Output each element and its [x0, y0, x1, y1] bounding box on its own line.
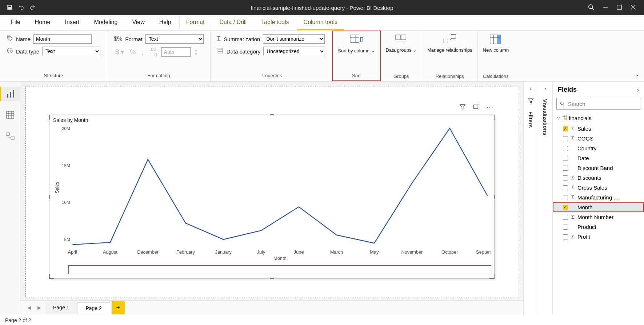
checkbox[interactable]: [563, 205, 568, 210]
svg-rect-25: [7, 94, 8, 98]
data-groups-button[interactable]: Data groups ⌄ Groups: [381, 31, 422, 81]
name-input[interactable]: [33, 34, 92, 44]
svg-line-1: [592, 8, 594, 10]
tab-insert[interactable]: Insert: [58, 15, 86, 30]
sigma-icon: Σ: [570, 194, 575, 201]
field-item[interactable]: Σ Month: [553, 202, 644, 212]
checkbox[interactable]: [563, 126, 568, 131]
save-icon[interactable]: [7, 4, 13, 12]
field-item[interactable]: Σ Discount Band: [553, 163, 644, 173]
add-page-button[interactable]: +: [112, 301, 125, 314]
tab-format[interactable]: Format: [179, 15, 212, 30]
datacategory-select[interactable]: Uncategorized: [263, 47, 325, 56]
format-select[interactable]: Text: [145, 34, 204, 44]
window-title: financial-sample-finished-update-query -…: [251, 5, 393, 11]
tab-file[interactable]: File: [4, 15, 27, 30]
checkbox[interactable]: [563, 234, 568, 239]
expand-filters-icon[interactable]: ‹: [530, 86, 532, 92]
field-item[interactable]: Σ Manufacturing ...: [553, 193, 644, 202]
tab-data-drill[interactable]: Data / Drill: [213, 15, 253, 30]
resize-handle[interactable]: [49, 195, 50, 199]
tab-help[interactable]: Help: [153, 15, 178, 30]
field-item[interactable]: Σ Product: [553, 222, 644, 232]
resize-handle[interactable]: [489, 274, 495, 279]
svg-text:June: June: [294, 249, 304, 255]
datatype-select[interactable]: Text: [42, 47, 100, 56]
checkbox[interactable]: [563, 185, 568, 190]
more-icon[interactable]: ⋯: [487, 103, 494, 112]
search-icon[interactable]: [588, 4, 595, 12]
report-canvas[interactable]: ⋯ Sales by Month 5M10M15M20MSalesAprilAu…: [25, 87, 518, 297]
field-item[interactable]: Σ Country: [553, 143, 644, 153]
fields-search-input[interactable]: [568, 101, 637, 107]
field-item[interactable]: Σ COGS: [553, 134, 644, 143]
model-view-icon[interactable]: [0, 129, 20, 143]
svg-rect-8: [218, 48, 223, 53]
page-tab[interactable]: Page 2: [77, 302, 110, 314]
field-item[interactable]: Σ Profit: [553, 232, 644, 242]
svg-line-55: [563, 104, 564, 106]
svg-rect-27: [13, 90, 14, 98]
currency-button[interactable]: $ ▾: [114, 48, 125, 56]
field-item[interactable]: Σ Discounts: [553, 173, 644, 183]
filters-pane-collapsed[interactable]: ‹ Filters: [523, 82, 538, 315]
fields-search[interactable]: [556, 98, 640, 110]
visualizations-pane-label: Visualizations: [542, 99, 548, 135]
data-view-icon[interactable]: [0, 108, 20, 122]
resize-handle[interactable]: [270, 114, 274, 115]
svg-text:20M: 20M: [62, 126, 70, 131]
status-text: Page 2 of 2: [5, 317, 31, 323]
focus-mode-icon[interactable]: [473, 103, 480, 112]
maximize-icon[interactable]: [616, 4, 622, 11]
next-page-icon[interactable]: ►: [35, 304, 44, 312]
resize-handle[interactable]: [270, 278, 274, 279]
undo-icon[interactable]: [17, 4, 25, 12]
checkbox[interactable]: [563, 195, 568, 200]
resize-handle[interactable]: [49, 274, 54, 279]
tab-home[interactable]: Home: [28, 15, 57, 30]
title-bar: financial-sample-finished-update-query -…: [0, 0, 644, 15]
tab-modeling[interactable]: Modeling: [87, 15, 124, 30]
chevron-down-icon: ⌄: [371, 48, 375, 53]
summarization-select[interactable]: Don't summarize: [263, 34, 325, 44]
minimize-icon[interactable]: [603, 4, 608, 11]
resize-handle[interactable]: [494, 195, 495, 199]
filter-icon[interactable]: [459, 103, 466, 112]
fields-table[interactable]: ▽ financials: [553, 112, 644, 124]
tab-table-tools[interactable]: Table tools: [255, 15, 296, 30]
field-item[interactable]: Σ Date: [553, 153, 644, 163]
svg-text:February: February: [176, 249, 195, 255]
svg-text:January: January: [215, 249, 232, 255]
report-view-icon[interactable]: [0, 87, 20, 101]
expand-fields-icon[interactable]: ›: [637, 87, 639, 93]
field-item[interactable]: Σ Sales: [553, 124, 644, 134]
collapse-ribbon-icon[interactable]: ⌃: [635, 74, 640, 80]
field-item[interactable]: Σ Gross Sales: [553, 183, 644, 193]
stepper-icon[interactable]: ▴▾: [193, 48, 199, 56]
sort-by-column-button[interactable]: Sort by column ⌄ Sort: [332, 31, 380, 81]
visualizations-pane-collapsed[interactable]: ‹ Visualizations: [538, 82, 552, 315]
prev-page-icon[interactable]: ◄: [25, 304, 33, 312]
checkbox[interactable]: [563, 146, 568, 151]
field-item[interactable]: Σ Month Number: [553, 212, 644, 222]
chart-visual[interactable]: ⋯ Sales by Month 5M10M15M20MSalesAprilAu…: [49, 115, 495, 279]
decimals-button[interactable]: .00→0: [148, 47, 158, 58]
percent-button[interactable]: %: [128, 48, 137, 56]
checkbox[interactable]: [563, 215, 568, 220]
checkbox[interactable]: [563, 175, 568, 181]
checkbox[interactable]: [563, 136, 568, 141]
checkbox[interactable]: [563, 156, 568, 161]
expand-visualizations-icon[interactable]: ‹: [544, 86, 546, 92]
tab-view[interactable]: View: [125, 15, 151, 30]
page-tab[interactable]: Page 1: [45, 302, 77, 314]
close-icon[interactable]: [630, 4, 636, 11]
manage-relationships-button[interactable]: Manage relationships Relationships: [422, 31, 478, 81]
tab-column-tools[interactable]: Column tools: [297, 15, 344, 30]
thousands-button[interactable]: ,: [140, 47, 145, 57]
checkbox[interactable]: [563, 225, 568, 230]
resize-handle[interactable]: [489, 115, 495, 120]
field-label: Sales: [577, 126, 591, 132]
checkbox[interactable]: [563, 166, 568, 171]
new-column-button[interactable]: New column Calculations: [478, 31, 514, 81]
redo-icon[interactable]: [29, 4, 36, 12]
